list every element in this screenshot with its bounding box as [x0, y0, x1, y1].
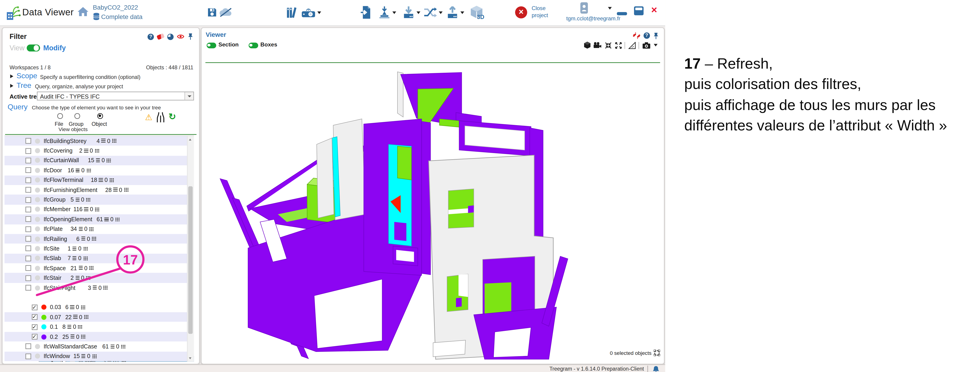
- grid-dots-icon[interactable]: [89, 266, 94, 270]
- row-checkbox[interactable]: ✓: [32, 324, 37, 330]
- row-checkbox[interactable]: [25, 275, 31, 281]
- model-shape-tower-column[interactable]: [421, 121, 430, 275]
- list-lines-icon[interactable]: [84, 207, 88, 211]
- model-shape-tower-inset-purple[interactable]: [394, 222, 406, 241]
- row-checkbox[interactable]: [25, 216, 31, 222]
- import-file-icon[interactable]: [361, 6, 371, 19]
- broken-link-icon[interactable]: [633, 32, 640, 39]
- model-shape-facade-win2-purple[interactable]: [455, 298, 461, 307]
- model-shape-below-tower-hole[interactable]: [396, 250, 414, 262]
- tree-row-IfcDoor[interactable]: IfcDoor160: [4, 165, 187, 175]
- list-lines-icon[interactable]: [113, 188, 118, 192]
- scroll-thumb[interactable]: [188, 186, 192, 334]
- list-lines-icon[interactable]: [76, 168, 80, 172]
- tree-row-IfcStairFlight[interactable]: IfcStairFlight30: [4, 283, 187, 293]
- measure-icon[interactable]: [628, 41, 636, 49]
- help-icon[interactable]: ?: [148, 33, 154, 40]
- model-shape-tower-green[interactable]: [397, 146, 411, 180]
- user-badge-icon[interactable]: [580, 2, 588, 14]
- user-email[interactable]: tgm.cclot@treegram.fr: [548, 15, 639, 22]
- grid-dots-icon[interactable]: [81, 334, 86, 339]
- scroll-up-icon[interactable]: [189, 138, 191, 140]
- tree-row-IfcCovering[interactable]: IfcCovering20: [4, 146, 187, 156]
- model-shape-facade-win1-purple[interactable]: [468, 205, 473, 213]
- close-project-label[interactable]: Close project: [531, 5, 548, 19]
- tree-structure-icon[interactable]: [156, 112, 165, 122]
- row-checkbox[interactable]: [25, 246, 31, 251]
- data-mode-label[interactable]: Complete data: [101, 13, 143, 21]
- save-icon[interactable]: [207, 8, 217, 17]
- tree-row-IfcSpace[interactable]: IfcSpace210: [4, 263, 187, 273]
- tree-row-IfcStair[interactable]: IfcStair20: [4, 273, 187, 283]
- snapshot-camera-icon[interactable]: [642, 41, 651, 49]
- model-shape-gray-panel-small[interactable]: [317, 138, 334, 218]
- maximize-button[interactable]: [634, 6, 644, 15]
- list-lines-icon[interactable]: [75, 276, 80, 280]
- row-checkbox[interactable]: [25, 256, 31, 261]
- grid-dots-icon[interactable]: [86, 168, 91, 172]
- list-lines-icon[interactable]: [75, 198, 80, 202]
- row-checkbox[interactable]: [25, 285, 31, 291]
- grid-dots-icon[interactable]: [81, 305, 86, 309]
- tree-label[interactable]: Tree: [16, 81, 31, 89]
- library-icon[interactable]: [286, 6, 297, 19]
- list-lines-icon[interactable]: [99, 178, 103, 182]
- list-lines-icon[interactable]: [73, 256, 76, 260]
- view-modify-toggle[interactable]: [27, 45, 40, 52]
- zoom-extents-icon[interactable]: [614, 41, 622, 49]
- projector-dropdown-caret[interactable]: [317, 11, 321, 14]
- user-dropdown-caret[interactable]: [608, 7, 612, 10]
- row-checkbox[interactable]: [25, 187, 31, 193]
- row-checkbox[interactable]: [25, 226, 31, 232]
- grid-dots-icon[interactable]: [83, 256, 88, 260]
- grid-dots-icon[interactable]: [78, 325, 83, 329]
- list-lines-icon[interactable]: [73, 246, 76, 251]
- model-shape-facade-bottom-opening[interactable]: [433, 340, 465, 357]
- tree-row-IfcOpeningElement[interactable]: IfcOpeningElement610: [4, 215, 187, 224]
- row-checkbox[interactable]: [25, 343, 31, 349]
- tree-expander[interactable]: [10, 84, 13, 88]
- tree-row-IfcSite[interactable]: IfcSite10: [4, 244, 187, 253]
- row-checkbox[interactable]: [25, 148, 31, 154]
- list-lines-icon[interactable]: [67, 325, 72, 329]
- grid-dots-icon[interactable]: [107, 159, 111, 163]
- video-camera-icon[interactable]: [593, 42, 602, 48]
- list-lines-icon[interactable]: [81, 354, 86, 358]
- row-checkbox[interactable]: [25, 138, 31, 144]
- list-lines-icon[interactable]: [81, 237, 85, 241]
- row-checkbox[interactable]: [25, 353, 31, 359]
- pie-chart-icon[interactable]: [167, 33, 173, 40]
- row-checkbox[interactable]: [25, 177, 31, 183]
- row-checkbox[interactable]: ✓: [32, 305, 37, 310]
- grid-dots-icon[interactable]: [86, 276, 91, 280]
- shuffle-icon[interactable]: [424, 7, 437, 18]
- tree-row-IfcRailing[interactable]: IfcRailing60: [4, 234, 187, 244]
- list-lines-icon[interactable]: [73, 315, 77, 319]
- grid-dots-icon[interactable]: [115, 217, 120, 221]
- close-project-icon[interactable]: ×: [515, 6, 527, 19]
- grid-dots-icon[interactable]: [89, 227, 94, 231]
- tree-row-0.2[interactable]: ✓0.2250: [4, 332, 187, 342]
- refresh-icon[interactable]: ↻: [169, 111, 176, 121]
- import-certified-caret[interactable]: [392, 11, 396, 14]
- radio-group[interactable]: [74, 113, 80, 119]
- projector-icon[interactable]: [301, 8, 315, 18]
- scope-expander[interactable]: [10, 74, 13, 78]
- viewer-pin-icon[interactable]: [653, 32, 659, 39]
- tree-row-IfcCurtainWall[interactable]: IfcCurtainWall150: [4, 156, 187, 165]
- tree-row-0.03[interactable]: ✓0.0360: [4, 302, 187, 312]
- scope-label[interactable]: Scope: [16, 72, 37, 79]
- download-caret[interactable]: [417, 11, 420, 14]
- tree-row-IfcWallStandardCase[interactable]: IfcWallStandardCase610: [4, 342, 187, 351]
- zoom-fit-icon[interactable]: [605, 41, 612, 49]
- scroll-down-icon[interactable]: [189, 357, 191, 359]
- grid-dots-icon[interactable]: [103, 286, 108, 290]
- model-shape-right-box-window[interactable]: [493, 327, 531, 358]
- import-certified-icon[interactable]: [379, 6, 390, 19]
- list-lines-icon[interactable]: [105, 217, 109, 221]
- list-lines-icon[interactable]: [101, 139, 105, 143]
- list-lines-icon[interactable]: [96, 159, 100, 163]
- row-checkbox[interactable]: ✓: [32, 334, 37, 340]
- active-tree-select[interactable]: Audit IFC - TYPES IFC: [37, 92, 194, 100]
- tree-row-IfcPlate[interactable]: IfcPlate340: [4, 224, 187, 234]
